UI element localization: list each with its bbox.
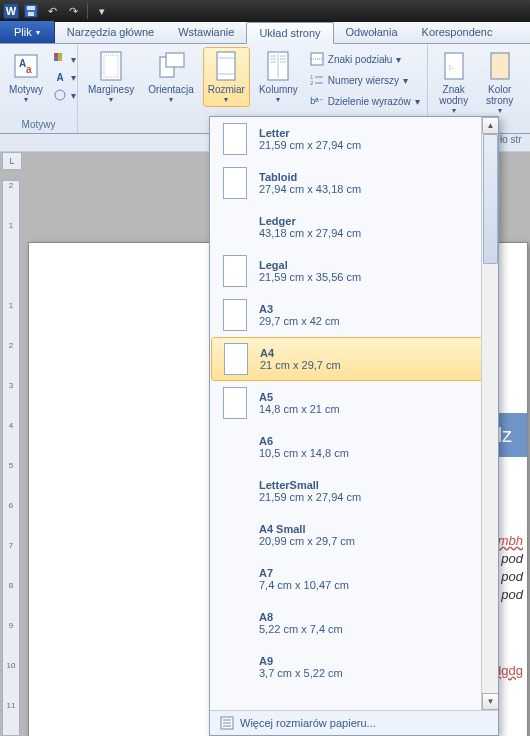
paper-thumb-icon bbox=[223, 123, 247, 155]
hyphenation-icon: bª⁻ bbox=[310, 94, 324, 108]
tab-mailings[interactable]: Korespondenc bbox=[410, 21, 505, 43]
paper-size-info: A7 7,4 cm x 10,47 cm bbox=[259, 567, 349, 591]
paper-size-option[interactable]: A5 14,8 cm x 21 cm bbox=[210, 381, 498, 425]
columns-button[interactable]: Kolumny▾ bbox=[254, 47, 303, 107]
paper-size-option[interactable]: Letter 21,59 cm x 27,94 cm bbox=[210, 117, 498, 161]
svg-point-10 bbox=[55, 90, 65, 100]
qat-customize-icon[interactable]: ▾ bbox=[93, 2, 111, 20]
svg-rect-8 bbox=[54, 57, 58, 61]
page-fragment-text: pod bbox=[501, 569, 523, 584]
vertical-ruler[interactable]: 211234567891011 bbox=[2, 180, 20, 736]
orientation-icon bbox=[155, 50, 187, 82]
paper-size-option[interactable]: A4 21 cm x 29,7 cm bbox=[211, 337, 497, 381]
svg-text:2: 2 bbox=[310, 80, 314, 86]
paper-size-option[interactable]: A6 10,5 cm x 14,8 cm bbox=[210, 425, 498, 469]
paper-size-option[interactable]: Ledger 43,18 cm x 27,94 cm bbox=[210, 205, 498, 249]
size-button[interactable]: Rozmiar▾ bbox=[203, 47, 250, 107]
paper-size-name: A8 bbox=[259, 611, 343, 623]
group-label-themes: Motywy bbox=[5, 118, 72, 132]
page-fragment-text: mbh bbox=[498, 533, 523, 548]
paper-size-info: LetterSmall 21,59 cm x 27,94 cm bbox=[259, 479, 361, 503]
more-paper-sizes-button[interactable]: Więcej rozmiarów papieru... bbox=[210, 710, 498, 735]
ruler-tick: 4 bbox=[3, 421, 19, 430]
svg-rect-1 bbox=[27, 6, 35, 10]
tab-home[interactable]: Narzędzia główne bbox=[55, 21, 166, 43]
ruler-tick: 1 bbox=[3, 221, 19, 230]
theme-colors-button[interactable]: ▾ bbox=[51, 51, 78, 67]
save-icon[interactable] bbox=[22, 2, 40, 20]
scroll-up-button[interactable]: ▲ bbox=[482, 117, 498, 134]
paper-size-option[interactable]: A8 5,22 cm x 7,4 cm bbox=[210, 601, 498, 645]
theme-fonts-button[interactable]: A▾ bbox=[51, 69, 78, 85]
margins-button[interactable]: Marginesy▾ bbox=[83, 47, 139, 107]
watermark-icon: A bbox=[438, 50, 470, 82]
ribbon-group-themes: Aa Motywy ▾ ▾ A▾ ▾ Motywy bbox=[0, 44, 78, 133]
paper-size-option[interactable]: Legal 21,59 cm x 35,56 cm bbox=[210, 249, 498, 293]
ruler-tick: 2 bbox=[3, 181, 19, 190]
paper-size-dims: 5,22 cm x 7,4 cm bbox=[259, 623, 343, 635]
qat-separator bbox=[87, 3, 88, 19]
ruler-corner[interactable]: L bbox=[2, 152, 22, 170]
page-fragment-text: pod bbox=[501, 587, 523, 602]
svg-text:a: a bbox=[26, 64, 32, 75]
themes-icon: Aa bbox=[10, 50, 42, 82]
more-sizes-label: Więcej rozmiarów papieru... bbox=[240, 717, 376, 729]
paper-size-info: A6 10,5 cm x 14,8 cm bbox=[259, 435, 349, 459]
ruler-tick: 1 bbox=[3, 301, 19, 310]
more-sizes-icon bbox=[220, 716, 234, 730]
paper-size-info: A5 14,8 cm x 21 cm bbox=[259, 391, 340, 415]
breaks-button[interactable]: Znaki podziału ▾ bbox=[308, 51, 403, 67]
effects-icon bbox=[53, 88, 67, 102]
undo-icon[interactable]: ↶ bbox=[43, 2, 61, 20]
tab-file[interactable]: Plik ▾ bbox=[0, 21, 55, 43]
themes-button[interactable]: Aa Motywy ▾ bbox=[5, 47, 47, 107]
theme-effects-button[interactable]: ▾ bbox=[51, 87, 78, 103]
paper-size-option[interactable]: A7 7,4 cm x 10,47 cm bbox=[210, 557, 498, 601]
tab-insert[interactable]: Wstawianie bbox=[166, 21, 246, 43]
paper-size-option[interactable]: LetterSmall 21,59 cm x 27,94 cm bbox=[210, 469, 498, 513]
ruler-tick: 10 bbox=[3, 661, 19, 670]
paper-size-name: A4 Small bbox=[259, 523, 355, 535]
paper-size-option[interactable]: A3 29,7 cm x 42 cm bbox=[210, 293, 498, 337]
watermark-label: Znak wodny bbox=[439, 84, 468, 106]
redo-icon[interactable]: ↷ bbox=[64, 2, 82, 20]
ruler-tick: 11 bbox=[3, 701, 19, 710]
ruler-tick: 6 bbox=[3, 501, 19, 510]
paper-size-dims: 21 cm x 29,7 cm bbox=[260, 359, 341, 371]
paper-thumb-icon bbox=[223, 255, 247, 287]
orientation-button[interactable]: Orientacja▾ bbox=[143, 47, 199, 107]
paper-size-name: A4 bbox=[260, 347, 341, 359]
paper-size-dims: 27,94 cm x 43,18 cm bbox=[259, 183, 361, 195]
ruler-tick: 7 bbox=[3, 541, 19, 550]
paper-size-list[interactable]: Letter 21,59 cm x 27,94 cm Tabloid 27,94… bbox=[210, 117, 498, 710]
paper-size-info: Ledger 43,18 cm x 27,94 cm bbox=[259, 215, 361, 239]
page-color-button[interactable]: Kolor strony▾ bbox=[479, 47, 521, 118]
paper-thumb-icon bbox=[223, 387, 247, 419]
paper-size-name: Legal bbox=[259, 259, 361, 271]
tab-page-layout[interactable]: Układ strony bbox=[246, 22, 333, 44]
svg-rect-7 bbox=[58, 53, 62, 57]
paper-size-dims: 29,7 cm x 42 cm bbox=[259, 315, 340, 327]
scrollbar-track[interactable]: ▲ ▼ bbox=[481, 117, 498, 710]
paper-size-name: Tabloid bbox=[259, 171, 361, 183]
scroll-thumb[interactable] bbox=[483, 134, 498, 264]
paper-size-name: LetterSmall bbox=[259, 479, 361, 491]
paper-size-name: A5 bbox=[259, 391, 340, 403]
paper-size-option[interactable]: Tabloid 27,94 cm x 43,18 cm bbox=[210, 161, 498, 205]
scroll-down-button[interactable]: ▼ bbox=[482, 693, 498, 710]
paper-thumb-icon bbox=[224, 343, 248, 375]
ruler-tick: 5 bbox=[3, 461, 19, 470]
paper-size-option[interactable]: A4 Small 20,99 cm x 29,7 cm bbox=[210, 513, 498, 557]
watermark-button[interactable]: A Znak wodny▾ bbox=[433, 47, 475, 118]
paper-size-dims: 10,5 cm x 14,8 cm bbox=[259, 447, 349, 459]
tab-references[interactable]: Odwołania bbox=[334, 21, 410, 43]
word-app-icon[interactable]: W bbox=[3, 3, 19, 19]
paper-size-name: Ledger bbox=[259, 215, 361, 227]
paper-size-info: A4 21 cm x 29,7 cm bbox=[260, 347, 341, 371]
paper-size-option[interactable]: A9 3,7 cm x 5,22 cm bbox=[210, 645, 498, 689]
hyphenation-button[interactable]: bª⁻Dzielenie wyrazów ▾ bbox=[308, 93, 422, 109]
line-numbers-icon: 12 bbox=[310, 73, 324, 87]
paper-size-info: Legal 21,59 cm x 35,56 cm bbox=[259, 259, 361, 283]
line-numbers-button[interactable]: 12Numery wierszy ▾ bbox=[308, 72, 410, 88]
paper-size-info: Tabloid 27,94 cm x 43,18 cm bbox=[259, 171, 361, 195]
